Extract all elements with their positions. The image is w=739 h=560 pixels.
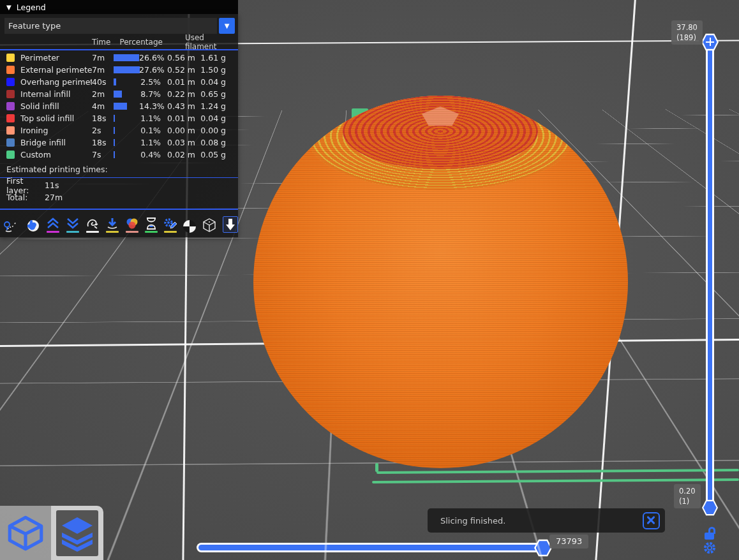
layers-icon <box>59 515 95 552</box>
legend-row: Bridge infill18s1.1%0.03 m0.08 g <box>0 136 238 149</box>
layer-height-value: 0.20 <box>679 486 696 496</box>
feature-percentage: 0.1% <box>139 126 161 135</box>
feature-percentage: 1.1% <box>139 114 161 123</box>
seams-icon[interactable] <box>86 217 100 233</box>
feature-percentage: 1.1% <box>139 138 161 147</box>
preview-view-button[interactable] <box>51 506 103 560</box>
view-type-value: Feature type <box>8 21 61 31</box>
legend-row: Overhang perimeter40s2.5%0.01 m0.04 g <box>0 76 238 88</box>
legend-toggle-toolbar <box>0 211 238 237</box>
feature-filament-length: 0.43 m <box>161 101 195 111</box>
feature-color-swatch <box>6 114 15 122</box>
feature-color-swatch <box>6 90 15 98</box>
legend-row: Ironing2s0.1%0.00 m0.00 g <box>0 124 238 136</box>
view-type-dropdown-button[interactable]: ▼ <box>219 18 235 34</box>
pause-prints-icon[interactable] <box>145 217 158 233</box>
travels-icon[interactable] <box>4 219 19 233</box>
feature-name: Perimeter <box>20 53 92 63</box>
feature-percentage: 0.4% <box>139 150 161 159</box>
percentage-bar-fill <box>114 139 115 146</box>
view-toggle <box>0 506 103 560</box>
percentage-bar <box>114 103 139 110</box>
feature-filament-weight: 0.04 g <box>195 114 226 123</box>
layer-number-value: (189) <box>676 33 698 43</box>
legend-row: Solid infill4m14.3%0.43 m1.24 g <box>0 100 238 112</box>
feature-filament-weight: 1.61 g <box>195 53 226 63</box>
3d-editor-view-button[interactable] <box>0 506 51 560</box>
percentage-bar-fill <box>114 91 122 98</box>
move-slider-tooltip: 73793 <box>549 534 588 549</box>
percentage-bar-fill <box>114 78 116 85</box>
cube-icon <box>4 512 47 554</box>
feature-filament-weight: 1.24 g <box>195 101 226 111</box>
wipe-icon[interactable] <box>25 219 40 233</box>
feature-time: 7m <box>92 65 114 75</box>
feature-filament-length: 0.56 m <box>161 53 195 63</box>
legend-row: Top solid infill18s1.1%0.01 m0.04 g <box>0 112 238 124</box>
sphere-layer-lines <box>253 96 628 468</box>
separator <box>0 209 238 210</box>
notification-toast: Slicing finished. <box>428 508 665 533</box>
feature-time: 2m <box>92 89 114 99</box>
center-of-gravity-icon[interactable] <box>183 220 196 233</box>
legend-row: Internal infill2m8.7%0.22 m0.65 g <box>0 88 238 100</box>
layer-slider-top-tooltip: 37.80 (189) <box>671 20 703 45</box>
legend-title: Legend <box>17 3 46 12</box>
color-changes-icon[interactable] <box>125 217 139 233</box>
feature-color-swatch <box>6 126 15 135</box>
layer-height-value: 37.80 <box>676 22 698 33</box>
legend-table-header: Time Percentage Used filament <box>0 36 238 48</box>
feature-time: 18s <box>92 114 114 123</box>
feature-name: Internal infill <box>20 89 92 99</box>
legend-row: External perimeter7m27.6%0.52 m1.50 g <box>0 64 238 76</box>
feature-filament-weight: 0.65 g <box>195 89 226 99</box>
percentage-bar <box>114 127 139 134</box>
first-layer-label: First layer: <box>6 176 45 195</box>
tool-changes-icon[interactable] <box>105 217 119 233</box>
feature-percentage: 8.7% <box>139 89 161 99</box>
legend-title-bar[interactable]: ▼ Legend <box>0 0 238 14</box>
feature-filament-length: 0.02 m <box>161 150 195 159</box>
feature-color-swatch <box>6 54 15 62</box>
percentage-bar <box>114 54 139 61</box>
deretractions-icon[interactable] <box>66 217 80 233</box>
feature-color-swatch <box>6 78 15 86</box>
custom-gcodes-icon[interactable] <box>163 217 177 233</box>
chevron-down-icon: ▼ <box>225 22 230 29</box>
col-header-used-filament: Used filament <box>185 33 238 51</box>
feature-time: 7m <box>92 53 114 63</box>
col-header-time: Time <box>92 38 110 47</box>
legend-rows: Perimeter7m26.6%0.56 m1.61 gExternal per… <box>0 52 238 161</box>
percentage-bar <box>114 115 139 122</box>
feature-percentage: 2.5% <box>139 77 161 87</box>
percentage-bar-fill <box>114 151 115 158</box>
layer-number-value: (1) <box>679 496 696 506</box>
3d-viewport[interactable]: ▼ Legend Feature type ▼ Time Percentage … <box>0 0 739 560</box>
feature-filament-weight: 1.50 g <box>195 65 226 75</box>
unlock-icon[interactable] <box>705 527 716 541</box>
feature-filament-length: 0.00 m <box>161 126 195 135</box>
feature-filament-length: 0.22 m <box>161 89 195 99</box>
skirt-line-corner <box>375 463 378 472</box>
move-slider-track[interactable] <box>197 543 548 552</box>
close-icon[interactable] <box>643 512 660 529</box>
feature-percentage: 26.6% <box>139 53 161 63</box>
feature-filament-length: 0.03 m <box>161 138 195 147</box>
sliced-sphere-model <box>253 96 628 468</box>
first-layer-row: First layer: 11s <box>0 179 238 191</box>
feature-filament-length: 0.01 m <box>161 77 195 87</box>
collapse-triangle-icon[interactable]: ▼ <box>6 4 11 11</box>
feature-time: 4m <box>92 101 114 111</box>
view-type-select[interactable]: Feature type <box>4 18 217 34</box>
feature-name: Bridge infill <box>20 138 92 147</box>
gear-icon[interactable] <box>703 541 717 555</box>
feature-name: External perimeter <box>20 65 92 75</box>
tool-marker-icon[interactable] <box>223 216 238 233</box>
plus-icon <box>706 38 714 46</box>
shells-icon[interactable] <box>202 217 217 233</box>
feature-filament-length: 0.52 m <box>161 65 195 75</box>
layer-slider-track[interactable] <box>706 40 714 510</box>
feature-time: 18s <box>92 138 114 147</box>
percentage-bar-fill <box>114 127 115 134</box>
retractions-icon[interactable] <box>46 217 60 233</box>
